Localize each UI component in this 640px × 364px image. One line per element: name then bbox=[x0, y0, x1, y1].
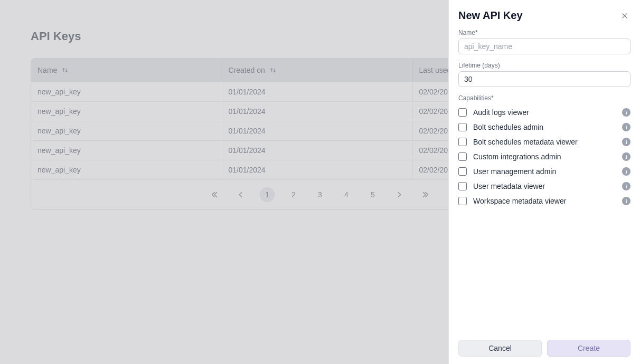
capability-label: Bolt schedules metadata viewer bbox=[473, 138, 616, 146]
create-button[interactable]: Create bbox=[547, 340, 630, 357]
drawer-title: New API Key bbox=[458, 9, 523, 22]
name-label: Name* bbox=[458, 29, 630, 36]
drawer-body: Name* Lifetime (days) Capabilities* Audi… bbox=[449, 25, 640, 333]
close-icon bbox=[621, 12, 628, 20]
lifetime-input[interactable] bbox=[458, 71, 630, 87]
capability-checkbox[interactable] bbox=[458, 167, 467, 176]
capability-checkbox[interactable] bbox=[458, 152, 467, 161]
lifetime-label: Lifetime (days) bbox=[458, 62, 630, 69]
cancel-button[interactable]: Cancel bbox=[458, 340, 542, 357]
close-button[interactable] bbox=[619, 10, 630, 22]
capability-checkbox[interactable] bbox=[458, 197, 467, 205]
capability-row: Workspace metadata vieweri bbox=[458, 194, 630, 208]
capability-row: Audit logs vieweri bbox=[458, 105, 630, 120]
info-icon[interactable]: i bbox=[622, 197, 630, 205]
capability-checkbox[interactable] bbox=[458, 123, 467, 131]
capability-row: Bolt schedules admini bbox=[458, 120, 630, 135]
new-api-key-drawer: New API Key Name* Lifetime (days) Capabi… bbox=[449, 0, 640, 364]
name-input[interactable] bbox=[458, 39, 630, 54]
capability-label: User metadata viewer bbox=[473, 182, 616, 190]
info-icon[interactable]: i bbox=[622, 108, 630, 117]
capability-checkbox[interactable] bbox=[458, 138, 467, 146]
capability-row: User management admini bbox=[458, 164, 630, 179]
drawer-footer: Cancel Create bbox=[449, 333, 640, 364]
lifetime-field: Lifetime (days) bbox=[458, 62, 630, 87]
capability-row: User metadata vieweri bbox=[458, 179, 630, 194]
info-icon[interactable]: i bbox=[622, 138, 630, 146]
capability-label: User management admin bbox=[473, 167, 616, 176]
drawer-header: New API Key bbox=[449, 0, 640, 25]
info-icon[interactable]: i bbox=[622, 152, 630, 161]
info-icon[interactable]: i bbox=[622, 167, 630, 176]
capability-label: Custom integrations admin bbox=[473, 152, 616, 161]
name-field: Name* bbox=[458, 29, 630, 54]
capability-row: Bolt schedules metadata vieweri bbox=[458, 135, 630, 149]
capability-label: Bolt schedules admin bbox=[473, 123, 616, 131]
capability-label: Workspace metadata viewer bbox=[473, 197, 616, 205]
info-icon[interactable]: i bbox=[622, 182, 630, 190]
capability-label: Audit logs viewer bbox=[473, 108, 616, 117]
info-icon[interactable]: i bbox=[622, 123, 630, 131]
capabilities-list: Audit logs vieweriBolt schedules adminiB… bbox=[458, 105, 630, 208]
capabilities-label: Capabilities* bbox=[458, 94, 630, 102]
capability-row: Custom integrations admini bbox=[458, 149, 630, 164]
capability-checkbox[interactable] bbox=[458, 182, 467, 190]
capability-checkbox[interactable] bbox=[458, 108, 467, 117]
